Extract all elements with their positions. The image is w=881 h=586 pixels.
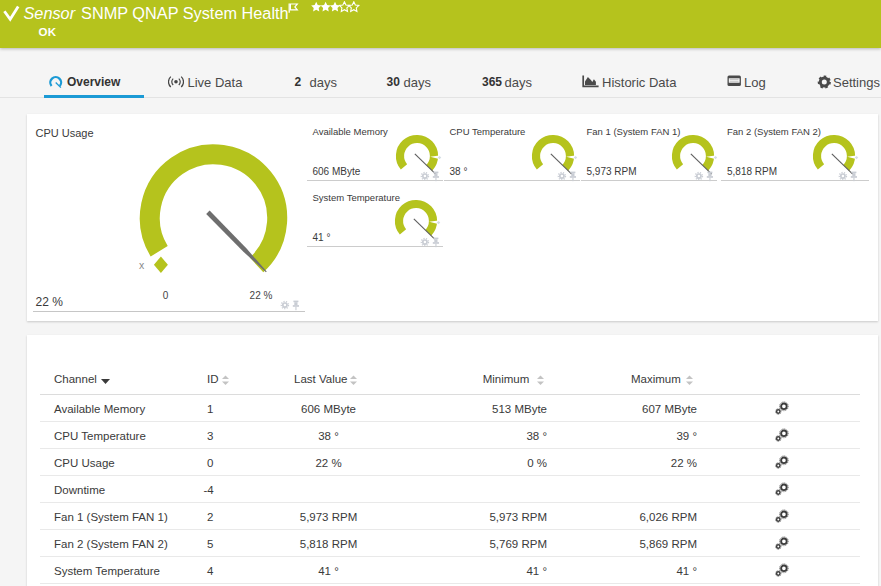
svg-text:x: x xyxy=(139,259,145,271)
